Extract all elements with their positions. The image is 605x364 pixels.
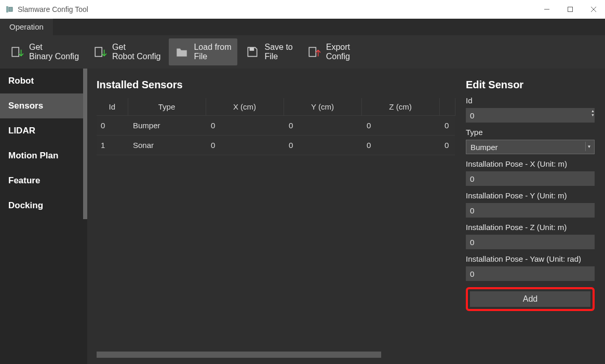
get-robot-config-button[interactable]: Get Robot Config [87, 38, 167, 65]
svg-rect-11 [309, 47, 316, 56]
table-header-row: Id Type X (cm) Y (cm) Z (cm) [97, 98, 455, 116]
cell-id: 1 [97, 136, 128, 155]
ribbon-label-line1: Get [112, 43, 160, 52]
cell-y: 0 [284, 116, 361, 136]
download-config-icon [10, 45, 24, 59]
svg-rect-6 [12, 47, 19, 56]
ribbon-label-line2: Binary Config [29, 52, 79, 61]
ribbon-toolbar: Get Binary Config Get Robot Config Load … [0, 35, 605, 69]
sidebar-item-motion-plan[interactable]: Motion Plan [0, 143, 87, 168]
installed-sensors-title: Installed Sensors [97, 79, 455, 91]
sidebar-item-robot[interactable]: Robot [0, 69, 87, 93]
svg-rect-10 [250, 47, 254, 51]
svg-rect-1 [9, 7, 12, 11]
cell-z: 0 [361, 136, 439, 155]
id-field[interactable] [466, 108, 595, 123]
table-row[interactable]: 1 Sonar 0 0 0 0 [97, 136, 455, 155]
export-config-icon [307, 45, 321, 59]
ribbon-label-line1: Save to [264, 43, 292, 52]
maximize-button[interactable] [558, 2, 582, 17]
sidebar-item-lidar[interactable]: LIDAR [0, 118, 87, 143]
sidebar-scrollbar[interactable] [83, 69, 87, 219]
label-pose-yaw: Installation Pose - Yaw (Unit: rad) [466, 254, 595, 263]
pose-yaw-field[interactable] [466, 266, 595, 281]
sidebar-item-sensors[interactable]: Sensors [0, 93, 87, 118]
ribbon-label-line2: Config [326, 52, 350, 61]
get-binary-config-button[interactable]: Get Binary Config [4, 38, 85, 65]
title-bar: Slamware Config Tool [0, 0, 605, 19]
cell-extra: 0 [439, 116, 455, 136]
minimize-button[interactable] [535, 2, 558, 17]
svg-rect-3 [568, 7, 572, 12]
label-pose-z: Installation Pose - Z (Unit: m) [466, 223, 595, 232]
label-pose-x: Installation Pose - X (Unit: m) [466, 159, 595, 168]
main-pane: Installed Sensors Id Type X (cm) Y (cm) … [87, 69, 605, 364]
pose-z-field[interactable] [466, 235, 595, 249]
add-button-highlight: Add [466, 287, 595, 311]
sidebar: Robot Sensors LIDAR Motion Plan Feature … [0, 69, 87, 364]
table-horizontal-scrollbar[interactable] [97, 352, 452, 358]
ribbon-label-line2: Robot Config [112, 52, 160, 61]
col-y[interactable]: Y (cm) [284, 98, 361, 116]
cell-type: Bumper [128, 116, 206, 136]
col-extra[interactable] [439, 98, 455, 116]
export-config-button[interactable]: Export Config [301, 38, 356, 65]
table-row[interactable]: 0 Bumper 0 0 0 0 [97, 116, 455, 136]
label-pose-y: Installation Pose - Y (Unit: m) [466, 191, 595, 200]
folder-open-icon [175, 45, 189, 59]
content-area: Robot Sensors LIDAR Motion Plan Feature … [0, 69, 605, 364]
ribbon-label-line2: File [264, 52, 292, 61]
edit-sensor-title: Edit Sensor [466, 79, 595, 91]
ribbon-label-line1: Load from [194, 43, 231, 52]
sensors-table: Id Type X (cm) Y (cm) Z (cm) 0 Bumper 0 … [97, 98, 455, 155]
download-config-icon [93, 45, 107, 59]
cell-extra: 0 [439, 136, 455, 155]
window-title: Slamware Config Tool [18, 5, 88, 14]
load-from-file-button[interactable]: Load from File [169, 38, 237, 65]
col-z[interactable]: Z (cm) [361, 98, 439, 116]
svg-rect-0 [6, 6, 8, 12]
pose-x-field[interactable] [466, 171, 595, 186]
pose-y-field[interactable] [466, 203, 595, 218]
app-icon [5, 5, 14, 14]
id-spinner[interactable]: ▲▼ [591, 109, 595, 117]
label-type: Type [466, 128, 595, 137]
edit-sensor-pane: Edit Sensor Id ▲▼ Type Bumper ▼ Installa… [455, 69, 605, 364]
cell-y: 0 [284, 136, 361, 155]
cell-z: 0 [361, 116, 439, 136]
installed-sensors-pane: Installed Sensors Id Type X (cm) Y (cm) … [87, 69, 455, 364]
scrollbar-thumb[interactable] [97, 352, 381, 358]
label-id: Id [466, 96, 595, 105]
sidebar-item-docking[interactable]: Docking [0, 193, 87, 218]
col-x[interactable]: X (cm) [206, 98, 284, 116]
ribbon-label-line1: Export [326, 43, 350, 52]
sidebar-item-feature[interactable]: Feature [0, 168, 87, 193]
col-type[interactable]: Type [128, 98, 206, 116]
cell-id: 0 [97, 116, 128, 136]
menu-bar: Operation [0, 19, 605, 35]
svg-rect-8 [95, 47, 102, 56]
save-icon [246, 45, 259, 59]
cell-x: 0 [206, 116, 284, 136]
cell-type: Sonar [128, 136, 206, 155]
cell-x: 0 [206, 136, 284, 155]
col-id[interactable]: Id [97, 98, 128, 116]
save-to-file-button[interactable]: Save to File [239, 38, 299, 65]
ribbon-label-line1: Get [29, 43, 79, 52]
ribbon-label-line2: File [194, 52, 231, 61]
type-select[interactable]: Bumper [466, 140, 595, 154]
tab-operation[interactable]: Operation [0, 19, 53, 35]
close-button[interactable] [582, 2, 605, 17]
add-button[interactable]: Add [470, 291, 590, 307]
